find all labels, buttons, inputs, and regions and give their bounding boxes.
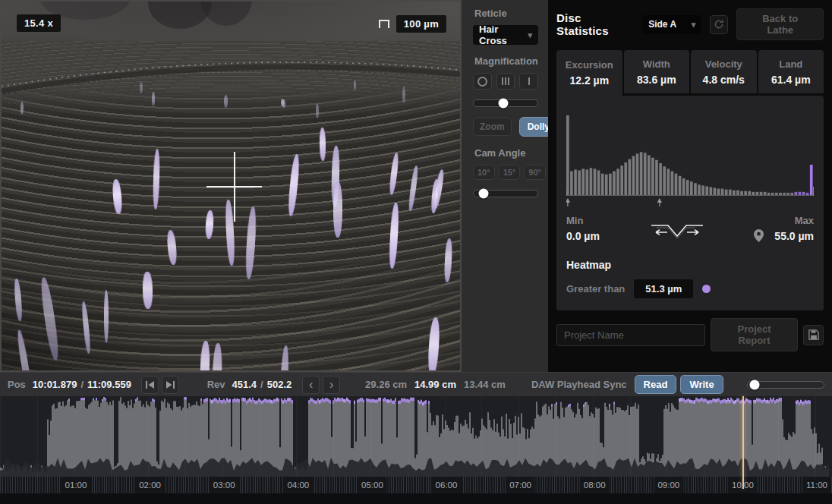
daw-sync-slider[interactable]	[747, 381, 824, 389]
skip-to-end-button[interactable]	[162, 376, 179, 394]
reticle-label: Reticle	[474, 8, 538, 19]
next-rev-button[interactable]: ›	[323, 376, 340, 394]
scale-bracket-icon	[379, 20, 389, 28]
chevron-left-icon: ‹	[309, 379, 313, 391]
back-to-lathe-button[interactable]: Back to Lathe	[736, 8, 824, 40]
read-button[interactable]: Read	[635, 375, 677, 394]
groove-3d-viewer[interactable]: 15.4 x 100 µm	[0, 0, 462, 372]
timeline[interactable]: 01:0002:0003:0004:0005:0006:0007:0008:00…	[0, 396, 832, 493]
circle-icon	[477, 77, 487, 87]
skip-to-start-button[interactable]	[141, 376, 159, 394]
reticle-single-line-button[interactable]	[519, 73, 538, 90]
magnification-slider-knob[interactable]	[498, 99, 508, 109]
reticle-circle-button[interactable]	[473, 73, 492, 90]
pos-label: Pos	[8, 379, 26, 390]
metric-tab-land[interactable]: Land 61.4 µm	[758, 50, 824, 93]
excursion-histogram-panel: Min 0.0 µm	[556, 96, 824, 310]
refresh-icon	[714, 19, 724, 30]
cam-angle-slider[interactable]	[473, 190, 538, 197]
greater-than-label: Greater than	[566, 283, 625, 295]
groove-depth-waveform	[0, 396, 832, 477]
chevron-down-icon: ▾	[692, 20, 696, 30]
magnification-slider[interactable]	[473, 99, 538, 107]
heatmap-color-swatch	[702, 285, 711, 293]
disc-statistics-panel: Disc Statistics Side A ▾ Back to Lathe E…	[548, 0, 832, 372]
time-label: 09:00	[654, 477, 683, 493]
metric-label: Width	[643, 58, 670, 70]
metric-value: 12.2 µm	[569, 74, 609, 87]
daw-sync-slider-knob[interactable]	[749, 380, 759, 389]
time-label: 04:00	[283, 477, 313, 493]
max-label: Max	[795, 215, 814, 226]
metric-value: 83.6 µm	[637, 74, 676, 86]
radius-current: 14.99 cm	[414, 379, 456, 390]
viewer-tools-panel: Reticle Hair Cross ▾ Magnification Zoom …	[462, 0, 548, 372]
metric-tab-excursion[interactable]: Excursion 12.2 µm	[556, 50, 622, 96]
metric-tab-velocity[interactable]: Velocity 4.8 cm/s	[691, 50, 757, 93]
time-label: 07:00	[506, 477, 535, 493]
location-pin-icon	[754, 229, 764, 242]
rev-separator: /	[260, 379, 263, 390]
position-total: 11:09.559	[87, 379, 131, 390]
bottom-margin	[0, 493, 832, 504]
zoom-mode-button[interactable]: Zoom	[473, 118, 512, 136]
cam-angle-90-button[interactable]: 90°	[524, 165, 546, 180]
cam-angle-10-button[interactable]: 10°	[473, 165, 495, 180]
playhead[interactable]	[742, 396, 744, 489]
refresh-button[interactable]	[710, 15, 728, 34]
cam-angle-15-button[interactable]: 15°	[499, 165, 521, 180]
reticle-select-value: Hair Cross	[479, 24, 528, 46]
reticle-select[interactable]: Hair Cross ▾	[473, 25, 538, 45]
triple-bars-icon	[502, 77, 509, 85]
save-button[interactable]	[803, 325, 824, 345]
magnification-label: Magnification	[474, 55, 538, 67]
single-bar-icon	[528, 77, 530, 85]
daw-playhead-sync-label: DAW Playhead Sync	[531, 379, 627, 390]
time-label: 05:00	[358, 477, 387, 493]
radius-inner: 13.44 cm	[464, 379, 506, 390]
metric-label: Excursion	[566, 59, 613, 71]
min-value: 0.0 µm	[566, 230, 600, 242]
heatmap-title: Heatmap	[566, 259, 814, 271]
skip-end-icon	[166, 381, 175, 389]
reticle-crosshair-vertical	[234, 152, 235, 222]
scale-badge: 100 µm	[396, 15, 446, 33]
time-label: 03:00	[210, 477, 239, 493]
time-label: 08:00	[580, 477, 610, 493]
metric-tabs: Excursion 12.2 µm Width 83.6 µm Velocity…	[556, 50, 824, 93]
metric-value: 61.4 µm	[771, 74, 811, 86]
metric-value: 4.8 cm/s	[703, 74, 745, 86]
project-report-button[interactable]: Project Report	[711, 318, 798, 351]
pos-separator: /	[80, 379, 84, 390]
metric-label: Land	[779, 58, 802, 70]
cam-angle-slider-knob[interactable]	[479, 189, 489, 199]
time-label: 11:00	[802, 477, 831, 493]
disc-statistics-title: Disc Statistics	[556, 11, 634, 37]
lathe-microscope-app: 15.4 x 100 µm Reticle Hair Cross ▾ Magni…	[0, 0, 832, 504]
transport-bar: Pos 10:01.879 / 11:09.559 Rev 451.4 / 50…	[0, 372, 832, 396]
time-label: 02:00	[135, 477, 165, 493]
time-label: 01:00	[61, 477, 91, 493]
chevron-right-icon: ›	[329, 379, 333, 391]
metric-tab-width[interactable]: Width 83.6 µm	[624, 50, 690, 93]
side-select[interactable]: Side A ▾	[642, 15, 701, 34]
excursion-histogram	[566, 106, 814, 207]
heatmap-threshold-input[interactable]: 51.3 µm	[634, 279, 693, 298]
reticle-triple-line-button[interactable]	[496, 73, 515, 90]
groove-profile-icon	[649, 219, 705, 241]
write-button[interactable]: Write	[680, 375, 723, 394]
project-name-input[interactable]	[556, 324, 705, 346]
rev-total: 502.2	[267, 379, 292, 390]
max-value: 55.0 µm	[774, 230, 814, 242]
position-current: 10:01.879	[33, 379, 77, 390]
previous-rev-button[interactable]: ‹	[302, 376, 320, 394]
time-ruler[interactable]: 01:0002:0003:0004:0005:0006:0007:0008:00…	[0, 477, 832, 493]
chevron-down-icon: ▾	[528, 30, 532, 40]
side-select-value: Side A	[648, 19, 676, 30]
cam-angle-label: Cam Angle	[474, 147, 538, 159]
skip-start-icon	[146, 381, 154, 389]
time-label: 06:00	[432, 477, 462, 493]
metric-label: Velocity	[705, 58, 742, 70]
magnification-badge: 15.4 x	[17, 14, 61, 32]
save-floppy-icon	[808, 329, 819, 340]
